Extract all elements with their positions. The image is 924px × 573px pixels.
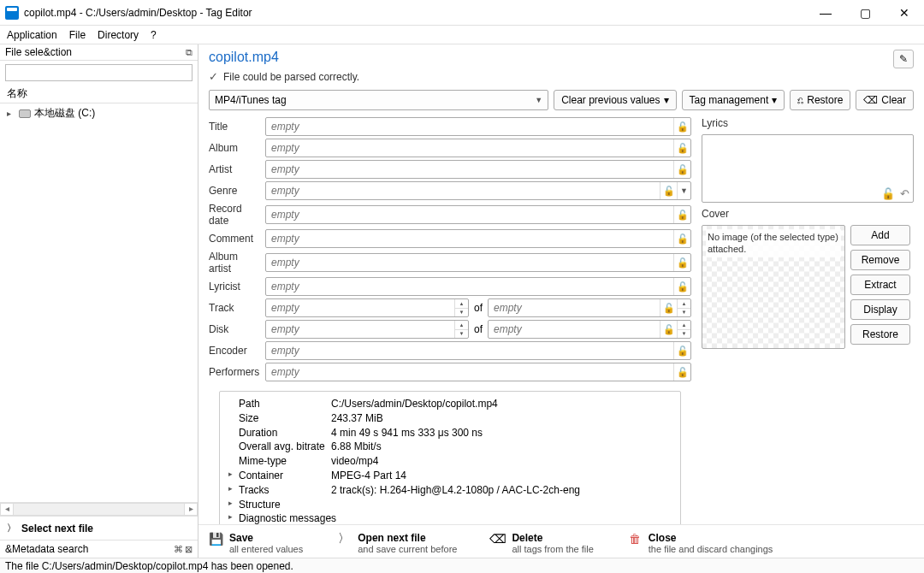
cover-display-button[interactable]: Display xyxy=(850,299,910,320)
menu-application[interactable]: Application xyxy=(7,29,57,41)
input-disk-total[interactable]: 🔓▲▼ xyxy=(488,320,691,339)
trash-icon: 🗑 xyxy=(628,532,642,546)
label-lyricist: Lyricist xyxy=(209,281,262,292)
cover-remove-button[interactable]: Remove xyxy=(850,250,910,270)
statusbar: The file C:/Users/admin/Desktop/copilot.… xyxy=(0,558,924,573)
lock-icon[interactable]: 🔓 xyxy=(881,187,895,200)
cover-extract-button[interactable]: Extract xyxy=(850,275,910,295)
restore-button[interactable]: ⎌Restore xyxy=(790,90,850,110)
rename-button[interactable]: ✎ xyxy=(893,50,914,68)
input-album-artist[interactable]: 🔓 xyxy=(265,253,691,272)
label-genre: Genre xyxy=(209,185,262,197)
cover-preview: No image (of the selected type) attached… xyxy=(702,225,845,349)
app-icon xyxy=(5,6,19,20)
metadata-link-icon[interactable]: ⌘ xyxy=(174,544,183,555)
lyrics-textarea[interactable]: 🔓↶ xyxy=(702,134,914,203)
save-icon: 💾 xyxy=(209,532,222,546)
clear-previous-button[interactable]: Clear previous values▾ xyxy=(554,90,676,110)
input-track-num[interactable]: ▲▼ xyxy=(265,298,469,317)
lock-icon[interactable]: 🔓 xyxy=(673,363,690,381)
undo-icon[interactable]: ↶ xyxy=(900,187,909,200)
chevron-right-icon: 〉 xyxy=(7,522,16,535)
lyrics-label: Lyrics xyxy=(702,117,914,129)
window-title: copilot.mp4 - C:/Users/admin/Desktop - T… xyxy=(24,7,806,19)
label-record-date: Record date xyxy=(209,203,262,227)
genre-dropdown-icon[interactable]: ▼ xyxy=(677,182,690,199)
input-title[interactable]: 🔓 xyxy=(265,117,691,136)
tree-row-drive[interactable]: ▸ 本地磁盘 (C:) xyxy=(3,105,194,121)
menu-file[interactable]: File xyxy=(69,29,86,41)
expand-icon[interactable]: ▸ xyxy=(228,511,239,524)
titlebar: copilot.mp4 - C:/Users/admin/Desktop - T… xyxy=(0,0,924,26)
input-track-total[interactable]: 🔓▲▼ xyxy=(488,298,691,317)
tree-expand-icon[interactable]: ▸ xyxy=(7,109,15,118)
maximize-button[interactable]: ▢ xyxy=(845,0,885,26)
label-album-artist: Album artist xyxy=(209,251,262,275)
track-spinner[interactable]: ▲▼ xyxy=(454,299,468,316)
input-album[interactable]: 🔓 xyxy=(265,139,691,157)
lock-icon[interactable]: 🔓 xyxy=(673,161,690,178)
undock-icon[interactable]: ⧉ xyxy=(186,47,192,58)
lock-icon[interactable]: 🔓 xyxy=(673,342,690,359)
close-action[interactable]: 🗑 Closethe file and discard changings xyxy=(628,532,773,554)
tree-scrollbar[interactable]: ◂ ▸ xyxy=(0,502,198,516)
input-disk-num[interactable]: ▲▼ xyxy=(265,320,469,339)
lock-icon[interactable]: 🔓 xyxy=(673,206,690,223)
input-genre[interactable]: 🔓▼ xyxy=(265,181,691,200)
scroll-left-icon[interactable]: ◂ xyxy=(0,503,14,516)
tag-fields: Title🔓 Album🔓 Artist🔓 Genre🔓▼ Record dat… xyxy=(209,117,691,524)
file-search-input[interactable] xyxy=(5,64,192,81)
file-tree[interactable]: ▸ 本地磁盘 (C:) xyxy=(0,103,198,502)
file-selection-panel: File sele&ction ⧉ 名称 ▸ 本地磁盘 (C:) ◂ ▸ 〉 S… xyxy=(0,44,198,558)
metadata-close-icon[interactable]: ⊠ xyxy=(185,544,192,555)
scroll-right-icon[interactable]: ▸ xyxy=(184,503,198,516)
lock-icon[interactable]: 🔓 xyxy=(660,182,677,199)
input-encoder[interactable]: 🔓 xyxy=(265,341,691,360)
tree-header: 名称 xyxy=(0,85,198,103)
menu-directory[interactable]: Directory xyxy=(98,29,139,41)
disk-total-spinner[interactable]: ▲▼ xyxy=(677,321,690,338)
lock-icon[interactable]: 🔓 xyxy=(673,230,690,247)
current-filename: copilot.mp4 xyxy=(209,50,279,65)
file-selection-header: File sele&ction ⧉ xyxy=(0,44,198,61)
metadata-search-panel: &Metadata search ⌘ ⊠ xyxy=(0,540,198,558)
delete-action[interactable]: ⌫ Deleteall tags from the file xyxy=(491,532,593,554)
lock-icon[interactable]: 🔓 xyxy=(673,118,690,135)
cover-add-button[interactable]: Add xyxy=(850,225,910,245)
input-comment[interactable]: 🔓 xyxy=(265,229,691,248)
expand-icon[interactable]: ▸ xyxy=(228,469,239,483)
lock-icon[interactable]: 🔓 xyxy=(660,321,677,338)
input-performers[interactable]: 🔓 xyxy=(265,363,691,381)
chevron-right-icon: 〉 xyxy=(337,532,351,546)
main-panel: copilot.mp4 ✎ ✓ File could be parsed cor… xyxy=(198,44,924,558)
label-comment: Comment xyxy=(209,233,262,245)
menu-help[interactable]: ? xyxy=(151,29,157,41)
metadata-search-label: &Metadata search xyxy=(5,543,88,555)
backspace-icon: ⌫ xyxy=(863,94,878,106)
track-total-spinner[interactable]: ▲▼ xyxy=(677,299,690,316)
cover-restore-button[interactable]: Restore xyxy=(850,324,910,345)
tag-type-select[interactable]: MP4/iTunes tag ▼ xyxy=(209,90,548,110)
minimize-button[interactable]: — xyxy=(806,0,845,26)
open-next-action[interactable]: 〉 Open next fileand save current before xyxy=(337,532,457,554)
drive-label: 本地磁盘 (C:) xyxy=(34,106,95,121)
action-footer: 💾 Saveall entered values 〉 Open next fil… xyxy=(198,524,924,558)
lock-icon[interactable]: 🔓 xyxy=(673,278,690,295)
status-text: The file C:/Users/admin/Desktop/copilot.… xyxy=(5,560,293,572)
clear-button[interactable]: ⌫Clear xyxy=(856,90,914,110)
lock-icon[interactable]: 🔓 xyxy=(673,139,690,157)
input-artist[interactable]: 🔓 xyxy=(265,160,691,179)
close-window-button[interactable]: ✕ xyxy=(885,0,924,26)
select-next-file[interactable]: 〉 Select next file xyxy=(0,516,198,540)
expand-icon[interactable]: ▸ xyxy=(228,498,239,512)
lock-icon[interactable]: 🔓 xyxy=(660,299,677,316)
input-record-date[interactable]: 🔓 xyxy=(265,205,691,224)
save-action[interactable]: 💾 Saveall entered values xyxy=(209,532,303,554)
tag-management-button[interactable]: Tag management▾ xyxy=(682,90,785,110)
expand-icon[interactable]: ▸ xyxy=(228,483,239,498)
disk-spinner[interactable]: ▲▼ xyxy=(454,321,468,338)
delete-icon: ⌫ xyxy=(491,532,505,546)
lock-icon[interactable]: 🔓 xyxy=(673,254,690,271)
file-info: PathC:/Users/admin/Desktop/copilot.mp4 S… xyxy=(219,391,681,524)
input-lyricist[interactable]: 🔓 xyxy=(265,277,691,296)
